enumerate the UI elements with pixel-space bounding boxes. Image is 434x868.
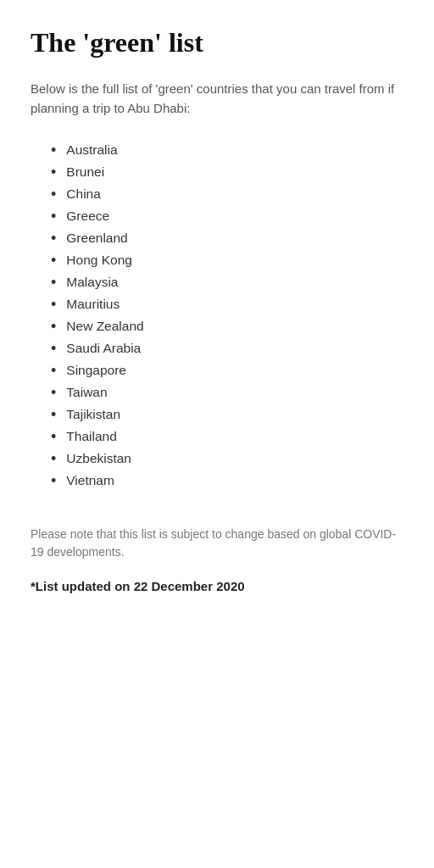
list-item: Taiwan bbox=[51, 381, 403, 403]
list-item: Greece bbox=[51, 205, 403, 227]
list-item: Tajikistan bbox=[51, 403, 403, 426]
country-list: AustraliaBruneiChinaGreeceGreenlandHong … bbox=[31, 139, 403, 492]
list-item: Australia bbox=[51, 139, 403, 161]
update-note: *List updated on 22 December 2020 bbox=[31, 579, 403, 593]
page-title: The 'green' list bbox=[31, 27, 403, 58]
intro-paragraph: Below is the full list of 'green' countr… bbox=[31, 79, 403, 119]
list-item: New Zealand bbox=[51, 315, 403, 337]
list-item: Malaysia bbox=[51, 271, 403, 293]
list-item: Uzbekistan bbox=[51, 448, 403, 470]
list-item: China bbox=[51, 183, 403, 205]
list-item: Mauritius bbox=[51, 293, 403, 315]
list-item: Hong Kong bbox=[51, 249, 403, 271]
list-item: Singapore bbox=[51, 359, 403, 381]
disclaimer-text: Please note that this list is subject to… bbox=[31, 526, 403, 562]
list-item: Brunei bbox=[51, 161, 403, 183]
list-item: Thailand bbox=[51, 426, 403, 448]
list-item: Saudi Arabia bbox=[51, 337, 403, 359]
list-item: Greenland bbox=[51, 227, 403, 249]
list-item: Vietnam bbox=[51, 470, 403, 492]
